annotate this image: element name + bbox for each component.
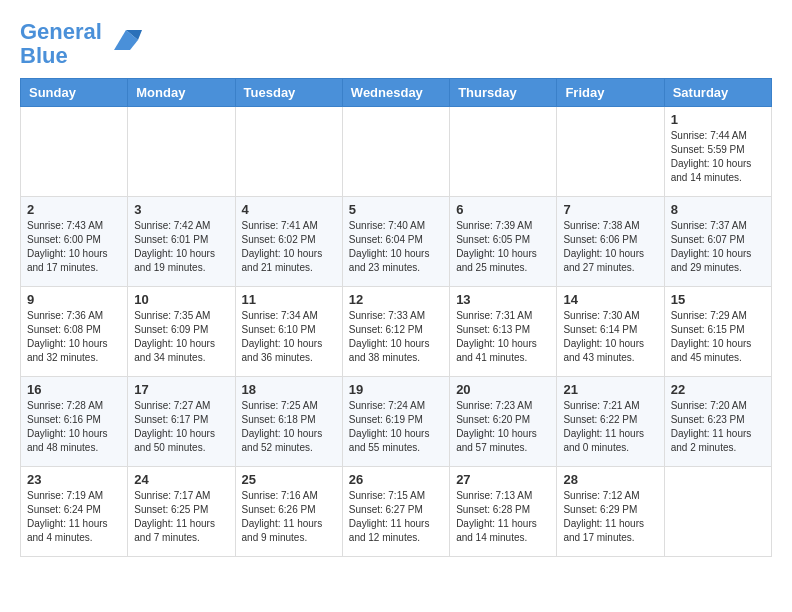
day-info: Sunrise: 7:16 AM Sunset: 6:26 PM Dayligh… <box>242 489 336 545</box>
day-info: Sunrise: 7:30 AM Sunset: 6:14 PM Dayligh… <box>563 309 657 365</box>
day-number: 1 <box>671 112 765 127</box>
day-info: Sunrise: 7:31 AM Sunset: 6:13 PM Dayligh… <box>456 309 550 365</box>
calendar-cell: 13Sunrise: 7:31 AM Sunset: 6:13 PM Dayli… <box>450 287 557 377</box>
day-info: Sunrise: 7:21 AM Sunset: 6:22 PM Dayligh… <box>563 399 657 455</box>
weekday-saturday: Saturday <box>664 79 771 107</box>
calendar-cell: 11Sunrise: 7:34 AM Sunset: 6:10 PM Dayli… <box>235 287 342 377</box>
calendar-cell: 7Sunrise: 7:38 AM Sunset: 6:06 PM Daylig… <box>557 197 664 287</box>
day-number: 19 <box>349 382 443 397</box>
day-info: Sunrise: 7:41 AM Sunset: 6:02 PM Dayligh… <box>242 219 336 275</box>
day-number: 12 <box>349 292 443 307</box>
calendar-cell: 20Sunrise: 7:23 AM Sunset: 6:20 PM Dayli… <box>450 377 557 467</box>
day-info: Sunrise: 7:19 AM Sunset: 6:24 PM Dayligh… <box>27 489 121 545</box>
logo-icon <box>106 22 142 58</box>
day-number: 7 <box>563 202 657 217</box>
calendar-cell: 28Sunrise: 7:12 AM Sunset: 6:29 PM Dayli… <box>557 467 664 557</box>
day-number: 26 <box>349 472 443 487</box>
calendar-cell: 4Sunrise: 7:41 AM Sunset: 6:02 PM Daylig… <box>235 197 342 287</box>
weekday-thursday: Thursday <box>450 79 557 107</box>
day-number: 11 <box>242 292 336 307</box>
calendar-cell: 2Sunrise: 7:43 AM Sunset: 6:00 PM Daylig… <box>21 197 128 287</box>
calendar-cell: 10Sunrise: 7:35 AM Sunset: 6:09 PM Dayli… <box>128 287 235 377</box>
day-number: 14 <box>563 292 657 307</box>
day-number: 28 <box>563 472 657 487</box>
day-number: 18 <box>242 382 336 397</box>
calendar-cell: 15Sunrise: 7:29 AM Sunset: 6:15 PM Dayli… <box>664 287 771 377</box>
day-number: 9 <box>27 292 121 307</box>
calendar-cell: 5Sunrise: 7:40 AM Sunset: 6:04 PM Daylig… <box>342 197 449 287</box>
day-number: 2 <box>27 202 121 217</box>
calendar-cell <box>128 107 235 197</box>
day-info: Sunrise: 7:20 AM Sunset: 6:23 PM Dayligh… <box>671 399 765 455</box>
day-info: Sunrise: 7:34 AM Sunset: 6:10 PM Dayligh… <box>242 309 336 365</box>
calendar-cell: 3Sunrise: 7:42 AM Sunset: 6:01 PM Daylig… <box>128 197 235 287</box>
day-number: 21 <box>563 382 657 397</box>
day-info: Sunrise: 7:29 AM Sunset: 6:15 PM Dayligh… <box>671 309 765 365</box>
day-info: Sunrise: 7:28 AM Sunset: 6:16 PM Dayligh… <box>27 399 121 455</box>
weekday-wednesday: Wednesday <box>342 79 449 107</box>
day-number: 20 <box>456 382 550 397</box>
day-number: 6 <box>456 202 550 217</box>
calendar-cell: 6Sunrise: 7:39 AM Sunset: 6:05 PM Daylig… <box>450 197 557 287</box>
calendar-cell: 12Sunrise: 7:33 AM Sunset: 6:12 PM Dayli… <box>342 287 449 377</box>
day-info: Sunrise: 7:23 AM Sunset: 6:20 PM Dayligh… <box>456 399 550 455</box>
day-info: Sunrise: 7:15 AM Sunset: 6:27 PM Dayligh… <box>349 489 443 545</box>
day-info: Sunrise: 7:43 AM Sunset: 6:00 PM Dayligh… <box>27 219 121 275</box>
calendar-cell: 18Sunrise: 7:25 AM Sunset: 6:18 PM Dayli… <box>235 377 342 467</box>
day-info: Sunrise: 7:36 AM Sunset: 6:08 PM Dayligh… <box>27 309 121 365</box>
logo: GeneralBlue <box>20 20 142 68</box>
calendar-cell: 21Sunrise: 7:21 AM Sunset: 6:22 PM Dayli… <box>557 377 664 467</box>
day-number: 8 <box>671 202 765 217</box>
day-number: 3 <box>134 202 228 217</box>
day-info: Sunrise: 7:13 AM Sunset: 6:28 PM Dayligh… <box>456 489 550 545</box>
calendar-cell: 22Sunrise: 7:20 AM Sunset: 6:23 PM Dayli… <box>664 377 771 467</box>
day-number: 17 <box>134 382 228 397</box>
calendar-cell <box>557 107 664 197</box>
calendar-cell: 8Sunrise: 7:37 AM Sunset: 6:07 PM Daylig… <box>664 197 771 287</box>
day-number: 22 <box>671 382 765 397</box>
day-info: Sunrise: 7:39 AM Sunset: 6:05 PM Dayligh… <box>456 219 550 275</box>
calendar-cell: 1Sunrise: 7:44 AM Sunset: 5:59 PM Daylig… <box>664 107 771 197</box>
day-number: 23 <box>27 472 121 487</box>
day-number: 27 <box>456 472 550 487</box>
weekday-sunday: Sunday <box>21 79 128 107</box>
calendar-cell: 16Sunrise: 7:28 AM Sunset: 6:16 PM Dayli… <box>21 377 128 467</box>
day-number: 13 <box>456 292 550 307</box>
day-info: Sunrise: 7:17 AM Sunset: 6:25 PM Dayligh… <box>134 489 228 545</box>
day-number: 10 <box>134 292 228 307</box>
calendar-cell <box>664 467 771 557</box>
day-info: Sunrise: 7:37 AM Sunset: 6:07 PM Dayligh… <box>671 219 765 275</box>
day-info: Sunrise: 7:38 AM Sunset: 6:06 PM Dayligh… <box>563 219 657 275</box>
weekday-friday: Friday <box>557 79 664 107</box>
day-info: Sunrise: 7:27 AM Sunset: 6:17 PM Dayligh… <box>134 399 228 455</box>
calendar-cell: 17Sunrise: 7:27 AM Sunset: 6:17 PM Dayli… <box>128 377 235 467</box>
day-info: Sunrise: 7:25 AM Sunset: 6:18 PM Dayligh… <box>242 399 336 455</box>
day-number: 5 <box>349 202 443 217</box>
day-number: 4 <box>242 202 336 217</box>
calendar-cell <box>450 107 557 197</box>
calendar-cell: 25Sunrise: 7:16 AM Sunset: 6:26 PM Dayli… <box>235 467 342 557</box>
logo-text: GeneralBlue <box>20 20 102 68</box>
calendar-cell: 14Sunrise: 7:30 AM Sunset: 6:14 PM Dayli… <box>557 287 664 377</box>
calendar-cell: 23Sunrise: 7:19 AM Sunset: 6:24 PM Dayli… <box>21 467 128 557</box>
calendar-cell: 19Sunrise: 7:24 AM Sunset: 6:19 PM Dayli… <box>342 377 449 467</box>
day-info: Sunrise: 7:40 AM Sunset: 6:04 PM Dayligh… <box>349 219 443 275</box>
day-info: Sunrise: 7:24 AM Sunset: 6:19 PM Dayligh… <box>349 399 443 455</box>
day-info: Sunrise: 7:35 AM Sunset: 6:09 PM Dayligh… <box>134 309 228 365</box>
calendar-cell: 27Sunrise: 7:13 AM Sunset: 6:28 PM Dayli… <box>450 467 557 557</box>
day-info: Sunrise: 7:42 AM Sunset: 6:01 PM Dayligh… <box>134 219 228 275</box>
day-number: 25 <box>242 472 336 487</box>
weekday-monday: Monday <box>128 79 235 107</box>
page-header: GeneralBlue <box>20 20 772 68</box>
day-number: 24 <box>134 472 228 487</box>
day-info: Sunrise: 7:33 AM Sunset: 6:12 PM Dayligh… <box>349 309 443 365</box>
calendar-cell: 24Sunrise: 7:17 AM Sunset: 6:25 PM Dayli… <box>128 467 235 557</box>
calendar-cell <box>21 107 128 197</box>
calendar-cell: 26Sunrise: 7:15 AM Sunset: 6:27 PM Dayli… <box>342 467 449 557</box>
day-info: Sunrise: 7:12 AM Sunset: 6:29 PM Dayligh… <box>563 489 657 545</box>
weekday-tuesday: Tuesday <box>235 79 342 107</box>
calendar-cell <box>235 107 342 197</box>
calendar: SundayMondayTuesdayWednesdayThursdayFrid… <box>20 78 772 557</box>
day-number: 16 <box>27 382 121 397</box>
calendar-cell <box>342 107 449 197</box>
